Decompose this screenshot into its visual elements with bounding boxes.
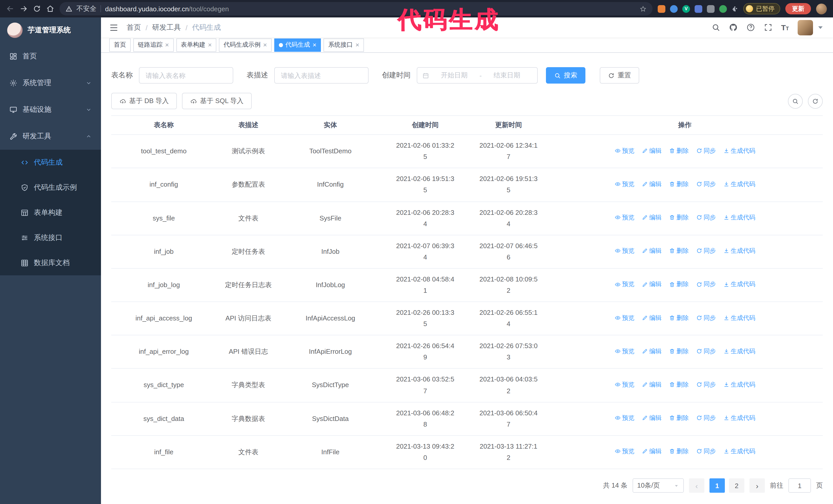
sync-action[interactable]: 同步 [696, 246, 716, 256]
preview-action[interactable]: 预览 [614, 212, 634, 223]
preview-action[interactable]: 预览 [614, 145, 634, 156]
preview-action[interactable]: 预览 [614, 279, 634, 290]
sync-action[interactable]: 同步 [696, 413, 716, 423]
sync-action[interactable]: 同步 [696, 446, 716, 457]
sync-action[interactable]: 同步 [696, 279, 716, 290]
sidebar-subitem-api[interactable]: 系统接口 [0, 225, 101, 250]
tab-home[interactable]: 首页 [109, 38, 131, 51]
generate-code-action[interactable]: 生成代码 [723, 413, 755, 423]
address-bar[interactable]: 不安全 dashboard.yudao.iocoder.cn/tool/code… [60, 2, 652, 16]
back-icon[interactable] [6, 5, 14, 13]
generate-code-action[interactable]: 生成代码 [723, 145, 755, 156]
edit-action[interactable]: 编辑 [642, 246, 662, 256]
delete-action[interactable]: 删除 [669, 145, 689, 156]
import-db-button[interactable]: 基于 DB 导入 [111, 93, 177, 109]
generate-code-action[interactable]: 生成代码 [723, 246, 755, 256]
sidebar-subitem-codegen[interactable]: 代码生成 [0, 150, 101, 175]
next-page-button[interactable]: › [749, 478, 765, 493]
sync-action[interactable]: 同步 [696, 312, 716, 323]
sync-action[interactable]: 同步 [696, 145, 716, 156]
preview-action[interactable]: 预览 [614, 379, 634, 390]
edit-action[interactable]: 编辑 [642, 145, 662, 156]
page-2-button[interactable]: 2 [729, 478, 744, 493]
edit-action[interactable]: 编辑 [642, 446, 662, 457]
home-icon[interactable] [46, 5, 54, 13]
sidebar-subitem-example[interactable]: 代码生成示例 [0, 175, 101, 200]
delete-action[interactable]: 删除 [669, 413, 689, 423]
sync-action[interactable]: 同步 [696, 379, 716, 390]
sidebar-subitem-db[interactable]: 数据库文档 [0, 250, 101, 275]
forward-icon[interactable] [20, 5, 28, 13]
close-tab-icon[interactable]: × [263, 42, 267, 48]
github-icon[interactable] [729, 23, 737, 32]
tab-system-api[interactable]: 系统接口× [324, 38, 364, 51]
generate-code-action[interactable]: 生成代码 [723, 279, 755, 290]
extension-icon[interactable] [670, 5, 678, 13]
preview-action[interactable]: 预览 [614, 179, 634, 189]
refresh-table-button[interactable] [808, 94, 823, 109]
goto-page-input[interactable] [788, 478, 811, 493]
edit-action[interactable]: 编辑 [642, 312, 662, 323]
extension-icon[interactable] [719, 5, 727, 13]
search-icon[interactable] [711, 23, 720, 32]
edit-action[interactable]: 编辑 [642, 179, 662, 189]
close-tab-icon[interactable]: × [208, 42, 212, 48]
generate-code-action[interactable]: 生成代码 [723, 446, 755, 457]
extension-icon[interactable] [707, 5, 715, 13]
breadcrumb-item[interactable]: 首页 [127, 23, 141, 32]
paused-badge[interactable]: 已暂停 [743, 3, 780, 14]
font-size-icon[interactable]: TT [781, 24, 789, 31]
table-name-input[interactable] [139, 67, 233, 83]
import-sql-button[interactable]: 基于 SQL 导入 [182, 93, 252, 109]
table-desc-input[interactable] [274, 67, 368, 83]
delete-action[interactable]: 删除 [669, 179, 689, 189]
sidebar-item-tool[interactable]: 研发工具 [0, 123, 101, 150]
sync-action[interactable]: 同步 [696, 212, 716, 223]
preview-action[interactable]: 预览 [614, 346, 634, 356]
delete-action[interactable]: 删除 [669, 379, 689, 390]
bookmark-star-icon[interactable] [640, 5, 646, 12]
delete-action[interactable]: 删除 [669, 246, 689, 256]
delete-action[interactable]: 删除 [669, 446, 689, 457]
sidebar-subitem-form[interactable]: 表单构建 [0, 200, 101, 225]
close-tab-icon[interactable]: × [356, 42, 359, 48]
sync-action[interactable]: 同步 [696, 346, 716, 356]
preview-action[interactable]: 预览 [614, 246, 634, 256]
search-button[interactable]: 搜索 [546, 67, 586, 83]
delete-action[interactable]: 删除 [669, 346, 689, 356]
app-logo[interactable]: 芋道管理系统 [0, 18, 101, 43]
create-time-range-picker[interactable]: 开始日期 - 结束日期 [417, 67, 538, 83]
preview-action[interactable]: 预览 [614, 312, 634, 323]
edit-action[interactable]: 编辑 [642, 379, 662, 390]
generate-code-action[interactable]: 生成代码 [723, 346, 755, 356]
reset-button[interactable]: 重置 [600, 67, 639, 83]
generate-code-action[interactable]: 生成代码 [723, 312, 755, 323]
extension-icon[interactable] [695, 5, 702, 13]
user-avatar[interactable] [798, 20, 825, 35]
breadcrumb-item[interactable]: 研发工具 [152, 23, 181, 32]
delete-action[interactable]: 删除 [669, 312, 689, 323]
generate-code-action[interactable]: 生成代码 [723, 179, 755, 189]
close-tab-icon[interactable]: × [165, 42, 169, 48]
tab-codegen-example[interactable]: 代码生成示例× [219, 38, 271, 51]
preview-action[interactable]: 预览 [614, 413, 634, 423]
sidebar-item-system[interactable]: 系统管理 [0, 70, 101, 96]
tab-form-builder[interactable]: 表单构建× [176, 38, 216, 51]
edit-action[interactable]: 编辑 [642, 346, 662, 356]
extension-icon[interactable]: V [682, 5, 690, 13]
sidebar-toggle-icon[interactable] [109, 23, 118, 32]
tab-codegen[interactable]: 代码生成× [274, 38, 321, 51]
browser-update-button[interactable]: 更新 [785, 3, 811, 14]
sidebar-item-infra[interactable]: 基础设施 [0, 96, 101, 123]
edit-action[interactable]: 编辑 [642, 413, 662, 423]
browser-profile-avatar[interactable] [816, 3, 827, 14]
extensions-puzzle-icon[interactable] [732, 5, 738, 12]
edit-action[interactable]: 编辑 [642, 279, 662, 290]
sync-action[interactable]: 同步 [696, 179, 716, 189]
edit-action[interactable]: 编辑 [642, 212, 662, 223]
generate-code-action[interactable]: 生成代码 [723, 212, 755, 223]
tab-tracer[interactable]: 链路追踪× [133, 38, 173, 51]
reload-icon[interactable] [33, 5, 41, 13]
preview-action[interactable]: 预览 [614, 446, 634, 457]
page-1-button[interactable]: 1 [710, 478, 725, 493]
